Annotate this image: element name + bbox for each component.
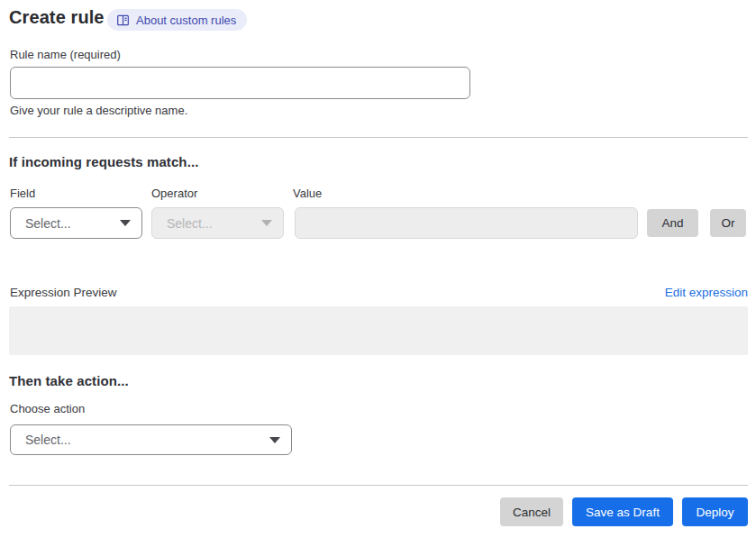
- operator-label: Operator: [151, 187, 197, 200]
- deploy-button[interactable]: Deploy: [682, 497, 748, 526]
- rule-name-label: Rule name (required): [10, 48, 121, 61]
- about-custom-rules-badge[interactable]: About custom rules: [107, 9, 247, 31]
- field-label: Field: [10, 187, 35, 200]
- page-title: Create rule: [9, 7, 105, 28]
- create-rule-page: Create rule About custom rules Rule name…: [0, 0, 756, 538]
- book-icon: [116, 14, 130, 27]
- section-divider-top: [9, 137, 748, 138]
- cancel-button[interactable]: Cancel: [500, 497, 563, 526]
- action-section-heading: Then take action...: [9, 373, 129, 388]
- save-as-draft-button[interactable]: Save as Draft: [572, 497, 673, 526]
- action-select[interactable]: Select...: [10, 424, 292, 455]
- and-button[interactable]: And: [647, 209, 698, 237]
- or-button[interactable]: Or: [710, 209, 746, 237]
- rule-name-input[interactable]: [10, 67, 470, 99]
- expression-preview-box: [9, 306, 748, 355]
- value-label: Value: [293, 187, 322, 200]
- expression-preview-label: Expression Preview: [10, 286, 117, 299]
- field-select[interactable]: Select...: [10, 207, 142, 239]
- choose-action-label: Choose action: [10, 402, 85, 415]
- chevron-down-icon: [269, 437, 280, 443]
- about-badge-label: About custom rules: [136, 14, 236, 27]
- chevron-down-icon: [120, 220, 131, 226]
- chevron-down-icon: [261, 220, 272, 226]
- match-section-heading: If incoming requests match...: [9, 154, 198, 169]
- edit-expression-link[interactable]: Edit expression: [665, 286, 748, 299]
- operator-select: Select...: [151, 207, 284, 239]
- action-select-value: Select...: [25, 433, 71, 447]
- section-divider-bottom: [9, 485, 748, 486]
- rule-name-helper: Give your rule a descriptive name.: [10, 104, 187, 117]
- field-select-value: Select...: [25, 216, 71, 231]
- operator-select-value: Select...: [167, 216, 213, 231]
- value-input: [295, 207, 638, 239]
